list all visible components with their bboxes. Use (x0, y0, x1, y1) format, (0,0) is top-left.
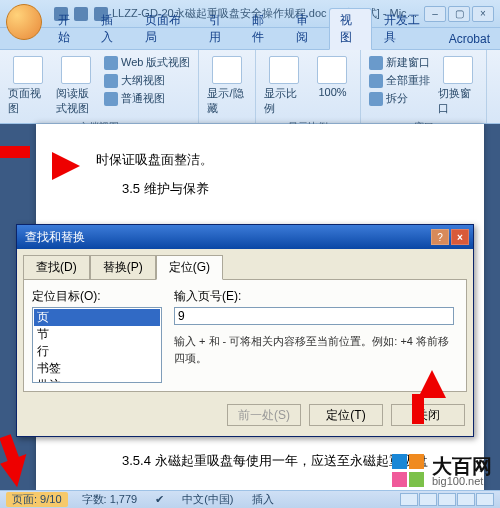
list-item[interactable]: 页 (34, 309, 160, 326)
group-document-views: 页面视图 阅读版式视图 Web 版式视图 大纲视图 普通视图 文档视图 (0, 50, 199, 123)
status-proofing-icon[interactable]: ✔ (151, 493, 168, 506)
view-print-layout-icon[interactable] (400, 493, 418, 506)
normal-view-button[interactable]: 普通视图 (102, 90, 192, 107)
view-fullscreen-icon[interactable] (419, 493, 437, 506)
show-hide-icon (212, 56, 242, 84)
watermark-logo-icon (392, 454, 426, 488)
tab-review[interactable]: 审阅 (286, 9, 327, 49)
web-layout-button[interactable]: Web 版式视图 (102, 54, 192, 71)
page-view-label: 页面视图 (8, 86, 48, 116)
dialog-tab-goto[interactable]: 定位(G) (156, 255, 223, 280)
close-button[interactable]: 关闭 (391, 404, 465, 426)
office-button[interactable] (6, 4, 42, 40)
dialog-panel: 定位目标(O): 页 节 行 书签 批注 脚注 输入页号(E): 输入 + 和 … (23, 279, 467, 392)
annotation-arrow-icon (4, 458, 32, 486)
dialog-tab-replace[interactable]: 替换(P) (90, 255, 156, 279)
status-page[interactable]: 页面: 9/10 (6, 492, 68, 507)
tab-references[interactable]: 引用 (199, 9, 240, 49)
dialog-tabs: 查找(D) 替换(P) 定位(G) (17, 249, 473, 279)
switch-window-button[interactable]: 切换窗口 (436, 54, 480, 118)
watermark: 大百网 big100.net (392, 454, 492, 488)
ribbon-body: 页面视图 阅读版式视图 Web 版式视图 大纲视图 普通视图 文档视图 显示/隐… (0, 50, 500, 124)
zoom-100-button[interactable]: 100% (310, 54, 354, 118)
goto-target-list[interactable]: 页 节 行 书签 批注 脚注 (32, 307, 162, 383)
page-view-icon (13, 56, 43, 84)
zoom-button[interactable]: 显示比例 (262, 54, 306, 118)
tab-acrobat[interactable]: Acrobat (439, 29, 500, 49)
prev-button: 前一处(S) (227, 404, 301, 426)
dialog-titlebar[interactable]: 查找和替换 ? × (17, 225, 473, 249)
show-hide-label: 显示/隐藏 (207, 86, 247, 116)
tab-view[interactable]: 视图 (329, 8, 372, 50)
dialog-help-button[interactable]: ? (431, 229, 449, 245)
outline-view-button[interactable]: 大纲视图 (102, 72, 192, 89)
web-layout-label: Web 版式视图 (121, 55, 190, 70)
arrange-all-label: 全部重排 (386, 73, 430, 88)
group-window: 新建窗口 全部重排 拆分 切换窗口 窗口 (361, 50, 487, 123)
status-bar: 页面: 9/10 字数: 1,779 ✔ 中文(中国) 插入 (0, 490, 500, 508)
maximize-button[interactable]: ▢ (448, 6, 470, 22)
goto-target-label: 定位目标(O): (32, 288, 162, 305)
view-web-icon[interactable] (438, 493, 456, 506)
doc-line-1: 时保证吸盘面整洁。 (96, 148, 434, 171)
zoom-icon (269, 56, 299, 84)
split-icon (369, 92, 383, 106)
view-buttons (400, 493, 494, 506)
dialog-title: 查找和替换 (25, 229, 85, 246)
tab-insert[interactable]: 插入 (91, 9, 132, 49)
show-hide-button[interactable]: 显示/隐藏 (205, 54, 249, 118)
switch-window-icon (443, 56, 473, 84)
tab-mailings[interactable]: 邮件 (242, 9, 283, 49)
list-item[interactable]: 行 (34, 343, 160, 360)
group-macros: 宏 宏 (487, 50, 500, 123)
view-outline-icon[interactable] (457, 493, 475, 506)
switch-window-label: 切换窗口 (438, 86, 478, 116)
view-draft-icon[interactable] (476, 493, 494, 506)
goto-hint: 输入 + 和 - 可将相关内容移至当前位置。例如: +4 将前移四项。 (174, 333, 458, 366)
zoom-100-label: 100% (318, 86, 346, 98)
group-show-hide: 显示/隐藏 (199, 50, 256, 123)
macros-button[interactable]: 宏 (493, 54, 500, 103)
reading-view-icon (61, 56, 91, 84)
status-mode[interactable]: 插入 (248, 492, 278, 507)
reading-view-button[interactable]: 阅读版式视图 (54, 54, 98, 118)
ribbon-tabs: 开始 插入 页面布局 引用 邮件 审阅 视图 开发工具 Acrobat (0, 28, 500, 50)
watermark-domain: big100.net (432, 476, 492, 487)
find-replace-dialog: 查找和替换 ? × 查找(D) 替换(P) 定位(G) 定位目标(O): 页 节… (16, 224, 474, 437)
arrange-all-icon (369, 74, 383, 88)
status-words[interactable]: 字数: 1,779 (78, 492, 142, 507)
list-item[interactable]: 书签 (34, 360, 160, 377)
split-label: 拆分 (386, 91, 408, 106)
outline-view-label: 大纲视图 (121, 73, 165, 88)
tab-layout[interactable]: 页面布局 (135, 9, 198, 49)
split-button[interactable]: 拆分 (367, 90, 432, 107)
dialog-close-button[interactable]: × (451, 229, 469, 245)
status-language[interactable]: 中文(中国) (178, 492, 237, 507)
zoom-label: 显示比例 (264, 86, 304, 116)
reading-view-label: 阅读版式视图 (56, 86, 96, 116)
group-zoom: 显示比例 100% 显示比例 (256, 50, 361, 123)
watermark-name: 大百网 (432, 456, 492, 476)
annotation-arrow-icon (52, 152, 80, 180)
group-macro-label: 宏 (493, 103, 500, 119)
doc-line-2: 3.5 维护与保养 (96, 177, 434, 200)
page-number-input[interactable] (174, 307, 454, 325)
page-number-label: 输入页号(E): (174, 288, 458, 305)
annotation-arrow-icon (418, 370, 446, 398)
web-layout-icon (104, 56, 118, 70)
goto-button[interactable]: 定位(T) (309, 404, 383, 426)
close-window-button[interactable]: × (472, 6, 494, 22)
normal-view-icon (104, 92, 118, 106)
zoom-100-icon (317, 56, 347, 84)
list-item[interactable]: 批注 (34, 377, 160, 383)
doc-line-5: 3.5.4 永磁起重吸盘每使用一年，应送至永磁起重吸盘 (96, 449, 434, 472)
dialog-tab-find[interactable]: 查找(D) (23, 255, 90, 279)
tab-developer[interactable]: 开发工具 (374, 9, 437, 49)
new-window-button[interactable]: 新建窗口 (367, 54, 432, 71)
page-view-button[interactable]: 页面视图 (6, 54, 50, 118)
new-window-label: 新建窗口 (386, 55, 430, 70)
tab-home[interactable]: 开始 (48, 9, 89, 49)
list-item[interactable]: 节 (34, 326, 160, 343)
arrange-all-button[interactable]: 全部重排 (367, 72, 432, 89)
new-window-icon (369, 56, 383, 70)
